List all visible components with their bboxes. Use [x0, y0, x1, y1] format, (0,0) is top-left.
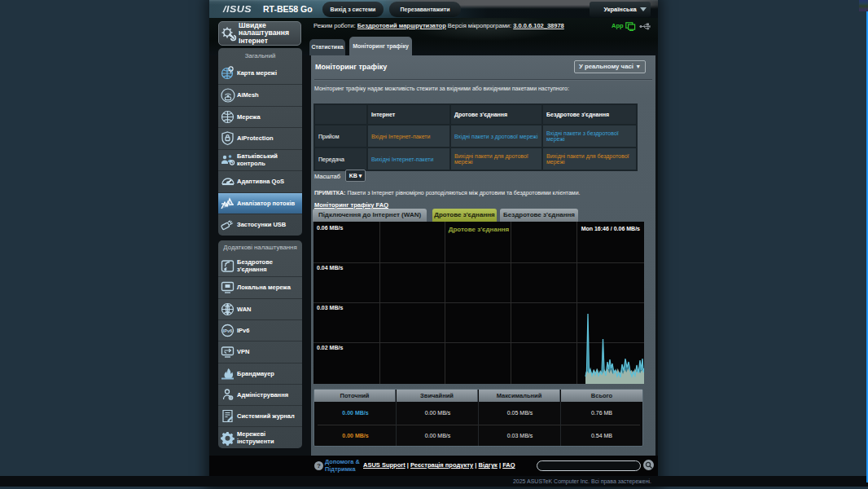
svg-text:IPv6: IPv6	[223, 328, 232, 333]
